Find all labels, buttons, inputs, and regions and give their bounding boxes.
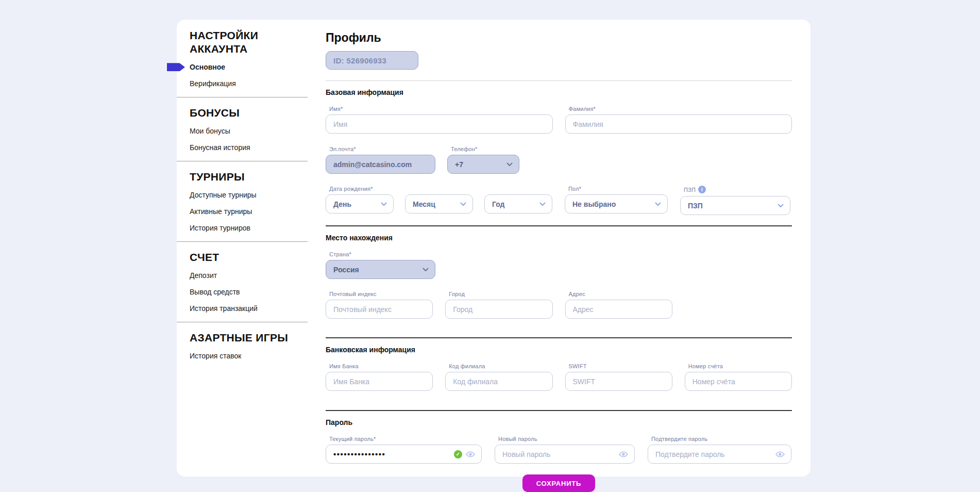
check-circle-icon: ✓ <box>454 450 462 458</box>
postal-code-field: Почтовый индекс <box>326 291 433 319</box>
sidebar-item-label: Активные турниры <box>190 207 252 216</box>
sidebar-item-label: Вывод средств <box>190 288 240 296</box>
swift-field: SWIFT <box>565 363 672 391</box>
current-password-wrap: ✓ <box>326 445 482 464</box>
pep-field: ПЗП i ПЗП <box>680 186 790 215</box>
sidebar-item-label: История турниров <box>190 224 250 232</box>
eye-icon[interactable] <box>619 451 628 457</box>
birth-month-select[interactable]: Месяц <box>405 194 473 214</box>
sidebar-item-tournament-history[interactable]: История турниров <box>190 224 308 233</box>
sidebar-item-deposit[interactable]: Депозит <box>190 271 308 280</box>
sidebar-item-label: Доступные турниры <box>190 191 257 199</box>
sidebar-group-tournaments: ТУРНИРЫ <box>190 171 308 183</box>
confirm-password-label: Подтвердите пароль <box>651 436 791 442</box>
chevron-down-icon <box>460 202 466 206</box>
account-number-input[interactable] <box>685 372 792 391</box>
chevron-down-icon <box>778 204 784 208</box>
eye-icon[interactable] <box>466 451 475 457</box>
pep-select[interactable]: ПЗП <box>680 196 790 215</box>
email-input <box>326 155 435 174</box>
new-password-field: Новый пароль <box>495 436 635 464</box>
eye-icon[interactable] <box>775 451 785 457</box>
chevron-down-icon <box>506 162 513 167</box>
sidebar-group-bonuses: БОНУСЫ <box>190 107 308 119</box>
country-select: Россия <box>326 260 435 279</box>
sidebar-item-available-tournaments[interactable]: Доступные турниры <box>190 191 308 200</box>
sidebar-item-active-tournaments[interactable]: Активные турниры <box>190 207 308 216</box>
postal-code-input[interactable] <box>326 300 433 319</box>
sidebar-item-transaction-history[interactable]: История транзакций <box>190 304 308 313</box>
basic-info-heading: Базовая информация <box>326 88 792 96</box>
sidebar-divider <box>177 241 308 242</box>
spacer <box>685 291 792 319</box>
swift-label: SWIFT <box>569 363 672 369</box>
bank-name-label: Имя Банка <box>329 363 433 369</box>
new-password-wrap <box>495 445 635 464</box>
confirm-password-input[interactable] <box>648 445 791 464</box>
info-icon[interactable]: i <box>698 186 706 193</box>
sidebar: НАСТРОЙКИ АККАУНТА Основное Верификация … <box>177 20 308 477</box>
divider <box>326 410 792 411</box>
sidebar-item-label: История ставок <box>190 352 241 360</box>
birth-day-value: День <box>333 200 351 208</box>
phone-field: Телефон* +7 <box>447 146 519 174</box>
sidebar-item-label: Основное <box>190 63 225 71</box>
sidebar-title: НАСТРОЙКИ АККАУНТА <box>190 29 308 55</box>
email-field: Эл.почта* <box>326 146 435 174</box>
pep-value: ПЗП <box>688 202 703 210</box>
sidebar-item-bet-history[interactable]: История ставок <box>190 352 308 360</box>
address-row: Почтовый индекс Город Адрес <box>326 291 792 319</box>
new-password-input[interactable] <box>495 445 635 464</box>
chevron-down-icon <box>655 202 661 206</box>
sidebar-item-my-bonuses[interactable]: Мои бонусы <box>190 127 308 136</box>
sidebar-item-withdrawal[interactable]: Вывод средств <box>190 288 308 297</box>
last-name-input[interactable] <box>565 114 792 134</box>
sidebar-group-gambling: АЗАРТНЫЕ ИГРЫ <box>190 332 308 344</box>
sidebar-item-main[interactable]: Основное <box>190 63 308 72</box>
gender-field: Пол* Не выбрано <box>565 186 668 215</box>
country-field: Страна* Россия <box>326 251 435 279</box>
sidebar-item-bonus-history[interactable]: Бонусная история <box>190 143 308 152</box>
sidebar-item-verification[interactable]: Верификация <box>190 79 308 88</box>
phone-select: +7 <box>447 155 519 174</box>
branch-code-input[interactable] <box>445 372 552 391</box>
bank-name-field: Имя Банка <box>326 363 433 391</box>
account-number-field: Номер счёта <box>685 363 792 391</box>
first-name-label: Имя* <box>329 106 553 112</box>
confirm-password-field: Подтвердите пароль <box>648 436 791 464</box>
sidebar-divider <box>177 161 308 161</box>
new-password-label: Новый пароль <box>498 436 635 442</box>
bank-info-heading: Банковская информация <box>326 346 792 354</box>
address-input[interactable] <box>565 300 672 319</box>
name-row: Имя* Фамилия* <box>326 106 792 134</box>
birth-day-select[interactable]: День <box>326 194 394 214</box>
current-password-field: Текущий пароль* ✓ <box>326 436 482 464</box>
first-name-input[interactable] <box>326 114 553 134</box>
password-heading: Пароль <box>326 418 792 427</box>
city-input[interactable] <box>445 300 552 319</box>
sidebar-item-label: Депозит <box>190 271 217 280</box>
save-row: СОХРАНИТЬ <box>326 474 792 492</box>
profile-main: Профиль ID: 526906933 Базовая информация… <box>308 20 810 477</box>
sidebar-item-label: Верификация <box>190 79 236 88</box>
confirm-password-wrap <box>648 445 791 464</box>
email-label: Эл.почта* <box>329 146 435 152</box>
bank-name-input[interactable] <box>326 372 433 391</box>
divider <box>326 225 792 226</box>
chevron-down-icon <box>381 202 387 206</box>
city-label: Город <box>449 291 552 297</box>
current-password-label: Текущий пароль* <box>329 436 482 442</box>
birth-date-field: Дата рождения* День Месяц <box>326 186 552 215</box>
birth-date-selects: День Месяц Год <box>326 194 552 214</box>
active-arrow-icon <box>167 63 185 71</box>
pep-label-text: ПЗП <box>684 187 696 193</box>
chevron-down-icon <box>539 202 546 206</box>
address-label: Адрес <box>569 291 672 297</box>
contact-row: Эл.почта* Телефон* +7 <box>326 146 792 174</box>
swift-input[interactable] <box>565 372 672 391</box>
save-button[interactable]: СОХРАНИТЬ <box>522 474 596 492</box>
birth-year-select[interactable]: Год <box>484 194 552 214</box>
gender-select[interactable]: Не выбрано <box>565 194 668 214</box>
branch-code-field: Код филиала <box>445 363 552 391</box>
sidebar-item-label: Бонусная история <box>190 143 250 152</box>
